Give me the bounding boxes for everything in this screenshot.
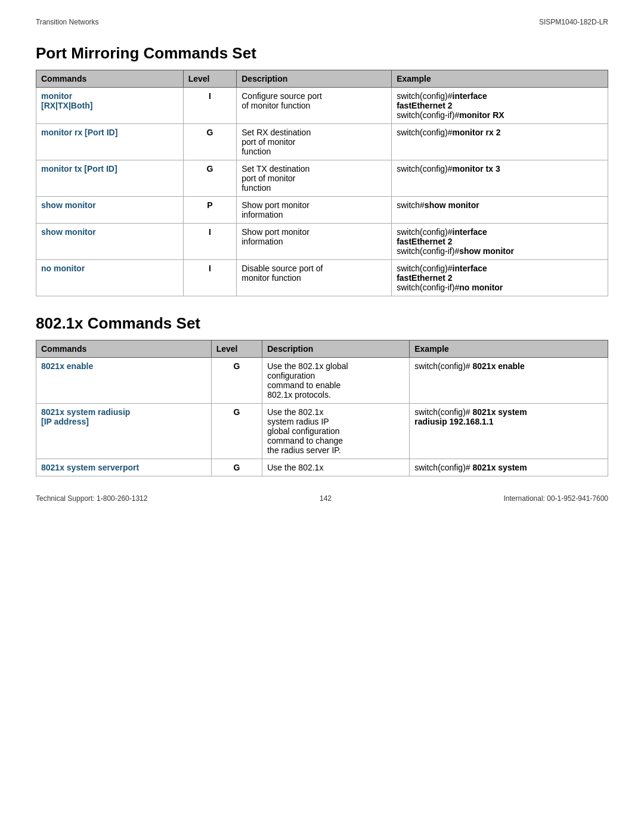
page-footer: Technical Support: 1-800-260-1312 142 In… (36, 494, 608, 503)
table-row: monitor[RX|TX|Both]IConfigure source por… (36, 88, 608, 124)
command-cell: show monitor (36, 197, 184, 224)
description-cell: Disable source port ofmonitor function (237, 260, 392, 296)
description-cell: Configure source portof monitor function (237, 88, 392, 124)
level-cell: I (183, 224, 237, 260)
level-cell: G (211, 404, 262, 459)
example-cell: switch(config)# 8021x enable (410, 358, 608, 404)
example-cell: switch(config)#interfacefastEthernet 2sw… (392, 88, 608, 124)
port-mirroring-table: Commands Level Description Example monit… (36, 70, 608, 296)
example-cell: switch#show monitor (392, 197, 608, 224)
table-row: 8021x system serverportGUse the 802.1xsw… (36, 459, 608, 476)
command-cell: 8021x enable (36, 358, 212, 404)
command-cell: monitor[RX|TX|Both] (36, 88, 184, 124)
example-cell: switch(config)#interfacefastEthernet 2sw… (392, 224, 608, 260)
command-cell: monitor rx [Port ID] (36, 124, 184, 160)
example-cell: switch(config)#interfacefastEthernet 2sw… (392, 260, 608, 296)
footer-left: Technical Support: 1-800-260-1312 (36, 494, 147, 503)
description-cell: Show port monitorinformation (237, 197, 392, 224)
level-cell: G (211, 358, 262, 404)
level-cell: I (183, 260, 237, 296)
header-right: SISPM1040-182D-LR (539, 18, 608, 26)
command-cell: 8021x system serverport (36, 459, 212, 476)
description-cell: Use the 802.1x globalconfigurationcomman… (262, 358, 410, 404)
level-cell: P (183, 197, 237, 224)
table-header-row: Commands Level Description Example (36, 70, 608, 88)
example-cell: switch(config)#monitor rx 2 (392, 124, 608, 160)
description-cell: Use the 802.1xsystem radius IPglobal con… (262, 404, 410, 459)
command-cell: monitor tx [Port ID] (36, 160, 184, 197)
col-commands: Commands (36, 340, 212, 358)
table-row: monitor rx [Port ID]GSet RX destinationp… (36, 124, 608, 160)
col-example: Example (392, 70, 608, 88)
table-row: 8021x enableGUse the 802.1x globalconfig… (36, 358, 608, 404)
8021x-table: Commands Level Description Example 8021x… (36, 340, 608, 476)
col-description: Description (262, 340, 410, 358)
description-cell: Set TX destinationport of monitorfunctio… (237, 160, 392, 197)
section1-title: Port Mirroring Commands Set (36, 44, 608, 63)
table-row: monitor tx [Port ID]GSet TX destinationp… (36, 160, 608, 197)
command-cell: 8021x system radiusip[IP address] (36, 404, 212, 459)
command-cell: no monitor (36, 260, 184, 296)
level-cell: I (183, 88, 237, 124)
example-cell: switch(config)# 8021x system (410, 459, 608, 476)
description-cell: Use the 802.1x (262, 459, 410, 476)
col-level: Level (211, 340, 262, 358)
page-number: 142 (320, 494, 332, 503)
description-cell: Show port monitorinformation (237, 224, 392, 260)
table-row: show monitorIShow port monitorinformatio… (36, 224, 608, 260)
col-example: Example (410, 340, 608, 358)
table-header-row: Commands Level Description Example (36, 340, 608, 358)
table-row: no monitorIDisable source port ofmonitor… (36, 260, 608, 296)
table-row: 8021x system radiusip[IP address]GUse th… (36, 404, 608, 459)
col-level: Level (183, 70, 237, 88)
example-cell: switch(config)# 8021x systemradiusip 192… (410, 404, 608, 459)
header-left: Transition Networks (36, 18, 99, 26)
command-cell: show monitor (36, 224, 184, 260)
col-commands: Commands (36, 70, 184, 88)
level-cell: G (183, 160, 237, 197)
page-header: Transition Networks SISPM1040-182D-LR (36, 18, 608, 26)
footer-right: International: 00-1-952-941-7600 (504, 494, 608, 503)
table-row: show monitorPShow port monitorinformatio… (36, 197, 608, 224)
col-description: Description (237, 70, 392, 88)
example-cell: switch(config)#monitor tx 3 (392, 160, 608, 197)
level-cell: G (211, 459, 262, 476)
section2-title: 802.1x Commands Set (36, 314, 608, 333)
level-cell: G (183, 124, 237, 160)
description-cell: Set RX destinationport of monitorfunctio… (237, 124, 392, 160)
